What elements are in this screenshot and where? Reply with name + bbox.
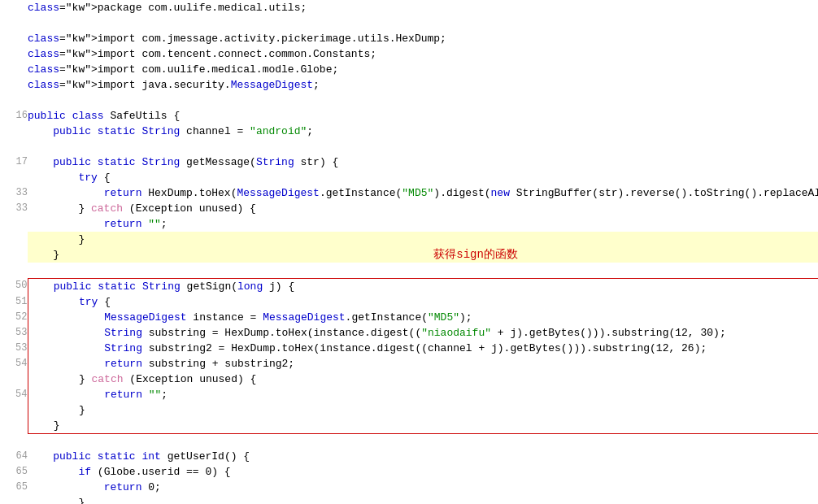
code-cell: if (Globe.userid == 0) { xyxy=(28,464,818,480)
line-number xyxy=(0,402,28,418)
table-row: } catch (Exception unused) { xyxy=(0,371,818,387)
table-row: 52 MessageDigest instance = MessageDiges… xyxy=(0,310,818,325)
table-row: } xyxy=(0,495,818,504)
line-number xyxy=(0,170,28,185)
table-row xyxy=(0,433,818,449)
table-row xyxy=(0,15,818,31)
table-row: } 获得sign的函数 xyxy=(0,247,818,263)
line-number: 33 xyxy=(0,185,28,201)
line-number xyxy=(0,124,28,139)
line-number: 53 xyxy=(0,325,28,341)
line-number xyxy=(0,31,28,46)
code-cell: class="kw">import com.uulife.medical.mod… xyxy=(28,62,818,77)
table-row: } xyxy=(0,418,818,434)
table-row: public static String channel = "android"… xyxy=(0,124,818,139)
line-number xyxy=(0,263,28,278)
code-editor: class="kw">package com.uulife.medical.ut… xyxy=(0,0,818,504)
code-cell: public static String getMessage(String s… xyxy=(28,154,818,170)
code-cell: try { xyxy=(28,294,818,310)
code-cell xyxy=(28,263,818,278)
table-row xyxy=(0,139,818,154)
table-row: class="kw">import com.uulife.medical.mod… xyxy=(0,62,818,77)
code-cell: } catch (Exception unused) { xyxy=(28,201,818,216)
code-cell: } xyxy=(28,402,818,418)
table-row: 50 public static String getSign(long j) … xyxy=(0,278,818,294)
code-cell xyxy=(28,15,818,31)
code-cell: MessageDigest instance = MessageDigest.g… xyxy=(28,310,818,325)
table-row: class="kw">import java.security.MessageD… xyxy=(0,77,818,93)
table-row: 53 String substring2 = HexDump.toHex(ins… xyxy=(0,341,818,356)
table-row: 16public class SafeUtils { xyxy=(0,108,818,124)
line-number: 33 xyxy=(0,201,28,216)
table-row: 53 String substring = HexDump.toHex(inst… xyxy=(0,325,818,341)
line-number: 64 xyxy=(0,449,28,464)
table-row: class="kw">import com.tencent.connect.co… xyxy=(0,46,818,62)
line-number xyxy=(0,93,28,108)
table-row: 64 public static int getUserId() { xyxy=(0,449,818,464)
code-cell: return 0; xyxy=(28,480,818,495)
code-cell: } xyxy=(28,418,818,434)
line-number: 16 xyxy=(0,108,28,124)
code-cell: String substring2 = HexDump.toHex(instan… xyxy=(28,341,818,356)
code-cell: return substring + substring2; xyxy=(28,356,818,371)
table-row: 33 } catch (Exception unused) { xyxy=(0,201,818,216)
line-number xyxy=(0,371,28,387)
code-cell: public static String channel = "android"… xyxy=(28,124,818,139)
line-number xyxy=(0,15,28,31)
code-cell: try { xyxy=(28,170,818,185)
line-number: 17 xyxy=(0,154,28,170)
line-number xyxy=(0,0,28,15)
line-number: 51 xyxy=(0,294,28,310)
line-number: 65 xyxy=(0,464,28,480)
code-content: class="kw">package com.uulife.medical.ut… xyxy=(0,0,818,504)
line-number xyxy=(0,216,28,232)
line-number xyxy=(0,62,28,77)
code-cell xyxy=(28,433,818,449)
code-cell: public static String getSign(long j) { xyxy=(28,278,818,294)
code-cell: } xyxy=(28,232,818,247)
table-row: } xyxy=(0,232,818,247)
table-row: 65 return 0; xyxy=(0,480,818,495)
line-number xyxy=(0,247,28,263)
table-row: } xyxy=(0,402,818,418)
code-cell xyxy=(28,139,818,154)
line-number xyxy=(0,77,28,93)
code-cell: public class SafeUtils { xyxy=(28,108,818,124)
code-cell: } 获得sign的函数 xyxy=(28,247,818,263)
line-number: 53 xyxy=(0,341,28,356)
code-cell: class="kw">import com.tencent.connect.co… xyxy=(28,46,818,62)
table-row: 33 return HexDump.toHex(MessageDigest.ge… xyxy=(0,185,818,201)
line-number xyxy=(0,418,28,434)
line-number xyxy=(0,139,28,154)
code-cell: class="kw">import com.jmessage.activity.… xyxy=(28,31,818,46)
code-cell: } xyxy=(28,495,818,504)
code-cell: class="kw">import java.security.MessageD… xyxy=(28,77,818,93)
code-cell: return HexDump.toHex(MessageDigest.getIn… xyxy=(28,185,818,201)
code-cell: } catch (Exception unused) { xyxy=(28,371,818,387)
table-row xyxy=(0,93,818,108)
line-number: 52 xyxy=(0,310,28,325)
code-cell: String substring = HexDump.toHex(instanc… xyxy=(28,325,818,341)
line-number xyxy=(0,46,28,62)
table-row: return ""; xyxy=(0,216,818,232)
table-row: 54 return ""; xyxy=(0,387,818,402)
code-table: class="kw">package com.uulife.medical.ut… xyxy=(0,0,818,504)
line-number xyxy=(0,495,28,504)
table-row xyxy=(0,263,818,278)
line-number: 54 xyxy=(0,387,28,402)
table-row: 65 if (Globe.userid == 0) { xyxy=(0,464,818,480)
line-number: 54 xyxy=(0,356,28,371)
code-cell: return ""; xyxy=(28,216,818,232)
table-row: class="kw">import com.jmessage.activity.… xyxy=(0,31,818,46)
code-cell: public static int getUserId() { xyxy=(28,449,818,464)
code-cell: class="kw">package com.uulife.medical.ut… xyxy=(28,0,818,15)
table-row: 51 try { xyxy=(0,294,818,310)
table-row: 54 return substring + substring2; xyxy=(0,356,818,371)
line-number: 50 xyxy=(0,278,28,294)
code-cell xyxy=(28,93,818,108)
table-row: 17 public static String getMessage(Strin… xyxy=(0,154,818,170)
line-number xyxy=(0,232,28,247)
table-row: class="kw">package com.uulife.medical.ut… xyxy=(0,0,818,15)
table-row: try { xyxy=(0,170,818,185)
line-number xyxy=(0,433,28,449)
